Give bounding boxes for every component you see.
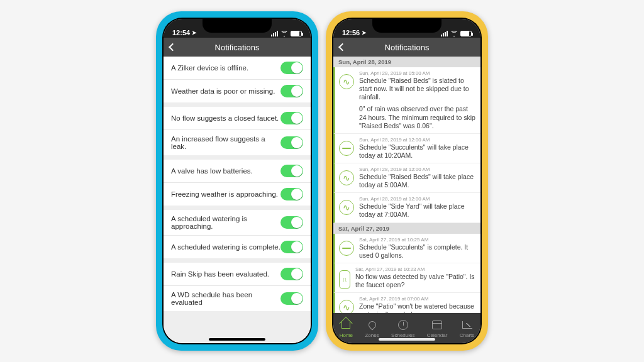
phone-frame-left: 12:54 ➤ Notifications A Zilker device is… xyxy=(156,11,318,351)
status-time: 12:54 xyxy=(172,29,190,36)
settings-row-label: Rain Skip has been evaluated. xyxy=(171,270,269,278)
feed-item-body: Sun, April 28, 2019 at 12:00 AMSchedule … xyxy=(359,137,475,160)
battery-icon xyxy=(291,31,302,36)
toggle[interactable] xyxy=(280,165,303,177)
feed-item-text: Schedule "Side Yard" will take place tod… xyxy=(359,202,475,219)
feed-item-time: Sun, April 28, 2019 at 12:00 AM xyxy=(359,167,475,172)
tab-home[interactable]: Home xyxy=(340,319,353,338)
pin-icon xyxy=(366,319,379,331)
home-icon xyxy=(340,319,352,331)
feed-item[interactable]: Sat, April 27, 2019 at 10:25 AMSchedule … xyxy=(333,234,480,263)
settings-row-label: A Zilker device is offline. xyxy=(171,64,248,72)
settings-row: Rain Skip has been evaluated. xyxy=(164,263,311,286)
settings-row: A scheduled watering is complete. xyxy=(164,236,311,258)
toggle[interactable] xyxy=(280,292,303,305)
feed-item-time: Sat, April 27, 2019 at 10:23 AM xyxy=(355,266,475,272)
feed-item-body: Sat, April 27, 2019 at 10:23 AMNo flow w… xyxy=(355,266,475,289)
feed-item-body: Sat, April 27, 2019 at 07:00 AMZone "Pat… xyxy=(359,296,475,313)
phone-inner: 12:56 ➤ Notifications Sun, April 28, 201… xyxy=(332,18,482,344)
tab-calendar[interactable]: Calendar xyxy=(427,319,447,338)
settings-row-label: A scheduled watering is complete. xyxy=(171,243,280,251)
feed-item-body: Sun, April 28, 2019 at 05:00 AMSchedule … xyxy=(359,70,475,130)
feed-section-header: Sun, April 28, 2019 xyxy=(333,57,480,67)
feed-item-time: Sat, April 27, 2019 at 10:25 AM xyxy=(359,237,475,243)
nav-bar: Notifications xyxy=(333,38,480,57)
settings-row: Freezing weather is approaching. xyxy=(164,183,311,206)
feed-item[interactable]: ∿Sat, April 27, 2019 at 07:00 AMZone "Pa… xyxy=(333,293,480,313)
heartbeat-icon: ∿ xyxy=(339,170,354,185)
settings-row: Weather data is poor or missing. xyxy=(164,80,311,102)
toggle[interactable] xyxy=(280,268,303,280)
feed-item-text: Schedule "Raised Beds" is slated to star… xyxy=(359,77,475,130)
heartbeat-icon: ∿ xyxy=(339,300,354,313)
tab-schedules[interactable]: Schedules xyxy=(391,319,414,338)
screen-right: 12:56 ➤ Notifications Sun, April 28, 201… xyxy=(333,19,480,343)
calendar-icon xyxy=(431,319,443,331)
feed-item[interactable]: ⎍Sat, April 27, 2019 at 10:23 AMNo flow … xyxy=(333,263,480,293)
toggle[interactable] xyxy=(280,62,303,74)
settings-row-label: A valve has low batteries. xyxy=(171,167,253,175)
tab-label: Calendar xyxy=(427,332,447,338)
status-icons xyxy=(271,31,302,36)
settings-row: A valve has low batteries. xyxy=(164,160,311,183)
settings-group: No flow suggests a closed faucet.An incr… xyxy=(164,107,311,155)
settings-list[interactable]: A Zilker device is offline.Weather data … xyxy=(164,57,311,343)
feed-item[interactable]: ∿Sun, April 28, 2019 at 05:00 AMSchedule… xyxy=(333,67,480,134)
feed-item[interactable]: Sun, April 28, 2019 at 12:00 AMSchedule … xyxy=(333,134,480,163)
faucet-icon: ⎍ xyxy=(339,270,350,289)
settings-row: A scheduled watering is approaching. xyxy=(164,210,311,236)
settings-group: A Zilker device is offline.Weather data … xyxy=(164,57,311,102)
nav-bar: Notifications xyxy=(164,38,311,57)
wifi-icon xyxy=(280,31,288,36)
home-indicator[interactable] xyxy=(209,338,265,341)
back-icon[interactable] xyxy=(338,43,347,52)
toggle[interactable] xyxy=(280,112,303,124)
feed-item-text: Schedule "Succulents" is complete. It us… xyxy=(359,243,475,260)
screen-left: 12:54 ➤ Notifications A Zilker device is… xyxy=(164,19,311,343)
toggle[interactable] xyxy=(280,216,303,229)
feed-item-text: Zone "Patio" won't be watered because wa… xyxy=(359,302,475,313)
nav-title: Notifications xyxy=(385,43,430,52)
settings-row-label: A WD schedule has been evaluated xyxy=(171,291,280,306)
settings-row-label: An increased flow suggests a leak. xyxy=(171,135,280,150)
heartbeat-icon: ∿ xyxy=(339,74,354,89)
toggle[interactable] xyxy=(280,85,303,97)
feed-item-body: Sun, April 28, 2019 at 12:00 AMSchedule … xyxy=(359,196,475,219)
home-indicator[interactable] xyxy=(379,338,435,341)
tab-label: Home xyxy=(340,332,353,338)
settings-group: Rain Skip has been evaluated.A WD schedu… xyxy=(164,263,311,311)
tab-label: Zones xyxy=(365,332,379,338)
settings-group: A scheduled watering is approaching.A sc… xyxy=(164,210,311,258)
chart-icon xyxy=(461,319,474,331)
status-time-area: 12:56 ➤ xyxy=(342,29,367,36)
feed-item[interactable]: ∿Sun, April 28, 2019 at 12:00 AMSchedule… xyxy=(333,193,480,222)
toggle[interactable] xyxy=(280,241,303,253)
tab-label: Charts xyxy=(460,332,475,338)
phone-frame-right: 12:56 ➤ Notifications Sun, April 28, 201… xyxy=(326,11,488,351)
battery-icon xyxy=(460,31,472,36)
settings-row: A Zilker device is offline. xyxy=(164,57,311,80)
feed-item-time: Sat, April 27, 2019 at 07:00 AM xyxy=(359,296,475,302)
feed-item-time: Sun, April 28, 2019 at 12:00 AM xyxy=(359,196,475,202)
feed-item-body: Sat, April 27, 2019 at 10:25 AMSchedule … xyxy=(359,237,475,260)
tab-label: Schedules xyxy=(391,332,414,338)
minus-icon xyxy=(339,241,354,256)
back-icon[interactable] xyxy=(169,43,177,52)
toggle[interactable] xyxy=(280,188,303,200)
feed-item-text: No flow was detected by valve "Patio". I… xyxy=(355,273,475,289)
heartbeat-icon: ∿ xyxy=(339,200,354,215)
nav-title: Notifications xyxy=(215,43,260,52)
notch xyxy=(372,19,441,33)
tab-charts[interactable]: Charts xyxy=(460,319,475,338)
tab-zones[interactable]: Zones xyxy=(365,319,379,338)
feed-item[interactable]: ∿Sun, April 28, 2019 at 12:00 AMSchedule… xyxy=(333,163,480,193)
status-time: 12:56 xyxy=(342,29,360,36)
signal-icon xyxy=(271,31,278,36)
settings-group: A valve has low batteries.Freezing weath… xyxy=(164,160,311,206)
phone-inner: 12:54 ➤ Notifications A Zilker device is… xyxy=(162,18,312,344)
settings-row: No flow suggests a closed faucet. xyxy=(164,107,311,130)
notch xyxy=(203,19,272,33)
toggle[interactable] xyxy=(280,136,303,149)
signal-icon xyxy=(441,31,448,36)
notification-feed[interactable]: Sun, April 28, 2019∿Sun, April 28, 2019 … xyxy=(333,57,480,313)
